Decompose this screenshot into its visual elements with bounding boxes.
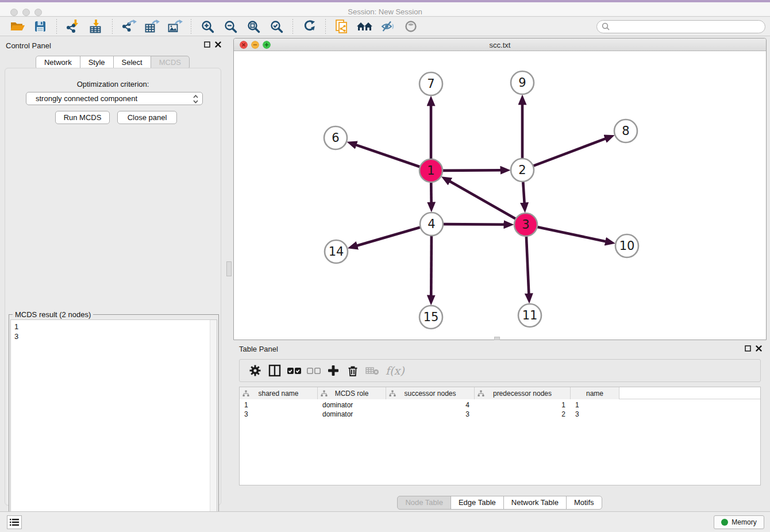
edge-1-6[interactable]: [356, 145, 420, 167]
hide-selected-icon[interactable]: [379, 18, 396, 34]
tab-motifs[interactable]: Motifs: [566, 496, 602, 510]
criterion-value: strongly connected component: [36, 94, 137, 103]
mcds-result-line: 3: [14, 331, 217, 341]
show-eye-icon[interactable]: [402, 18, 419, 34]
zoom-selected-icon[interactable]: [268, 18, 285, 34]
node-table[interactable]: shared nameMCDS rolesuccessor nodesprede…: [239, 387, 761, 485]
float-panel-icon[interactable]: [204, 41, 210, 48]
zoom-in-icon[interactable]: [199, 18, 216, 34]
node-label-4: 4: [428, 217, 435, 231]
cell-predecessor-nodes[interactable]: 2: [475, 410, 571, 419]
chevron-up-down-icon: [192, 94, 199, 104]
import-table-icon[interactable]: [87, 18, 105, 34]
node-label-7: 7: [427, 77, 434, 91]
tab-node-table[interactable]: Node Table: [397, 496, 451, 510]
network-graph-canvas[interactable]: 7968124314101511: [234, 51, 766, 340]
search-input[interactable]: [596, 20, 765, 33]
edge-2-3[interactable]: [523, 182, 524, 203]
cell-name[interactable]: 3: [571, 410, 619, 419]
node-label-2: 2: [518, 163, 526, 177]
function-icon[interactable]: f(x): [386, 364, 405, 377]
column-header-predecessor-nodes[interactable]: predecessor nodes: [475, 387, 571, 399]
cell-shared-name[interactable]: 3: [240, 410, 318, 419]
close-panel-icon[interactable]: [215, 41, 221, 48]
column-header-name[interactable]: name: [571, 387, 619, 399]
cell-name[interactable]: 1: [571, 400, 619, 410]
table-toolbar: f(x): [239, 359, 761, 382]
cell-successor-nodes[interactable]: 4: [386, 400, 475, 410]
task-history-button[interactable]: [7, 515, 22, 529]
node-label-8: 8: [622, 124, 629, 138]
export-table-icon[interactable]: [143, 18, 160, 34]
node-label-15: 15: [424, 310, 439, 324]
gear-icon[interactable]: [245, 361, 265, 380]
network-view-window: scc.txt 7968124314101511: [233, 38, 767, 340]
column-label: MCDS role: [318, 390, 386, 398]
mcds-result-box: MCDS result (2 nodes) 13: [9, 314, 219, 532]
float-panel-icon[interactable]: [745, 345, 751, 352]
open-file-icon[interactable]: [9, 18, 26, 34]
toolbar-separator: [191, 19, 191, 34]
list-icon: [10, 518, 19, 526]
mcds-result-list[interactable]: 13: [10, 319, 217, 529]
column-label: name: [571, 390, 619, 398]
table-row[interactable]: 1dominator411: [240, 400, 760, 410]
mcds-tab-content: Optimization criterion: strongly connect…: [5, 68, 221, 506]
column-header-MCDS-role[interactable]: MCDS role: [318, 387, 386, 399]
clone-network-icon[interactable]: [333, 18, 351, 34]
delete-icon[interactable]: [343, 361, 363, 380]
search-field[interactable]: [613, 22, 756, 31]
save-icon[interactable]: [32, 18, 49, 34]
mcds-result-title: MCDS result (2 nodes): [13, 310, 93, 319]
cell-successor-nodes[interactable]: 3: [386, 410, 475, 419]
vertical-splitter-handle[interactable]: [226, 261, 232, 276]
export-image-icon[interactable]: [166, 18, 183, 34]
toolbar-separator: [56, 19, 57, 34]
zoom-out-icon[interactable]: [222, 18, 239, 34]
memory-label: Memory: [732, 518, 756, 526]
add-icon[interactable]: [324, 361, 343, 380]
network-window-titlebar[interactable]: scc.txt: [234, 38, 766, 51]
tab-network-table[interactable]: Network Table: [503, 496, 567, 510]
column-header-successor-nodes[interactable]: successor nodes: [386, 387, 475, 399]
criterion-dropdown[interactable]: strongly connected component: [26, 92, 203, 105]
edge-3-1[interactable]: [450, 182, 516, 219]
node-label-10: 10: [619, 239, 635, 253]
refresh-icon[interactable]: [301, 18, 318, 34]
scrollbar[interactable]: [210, 320, 217, 529]
edge-3-10[interactable]: [537, 227, 606, 241]
houses-icon[interactable]: [356, 18, 374, 34]
zoom-fit-icon[interactable]: [245, 18, 262, 34]
toolbar-separator: [325, 19, 326, 34]
cell-shared-name[interactable]: 1: [240, 400, 318, 410]
edge-4-15[interactable]: [431, 236, 432, 295]
edge-2-8[interactable]: [533, 138, 606, 166]
cell-predecessor-nodes[interactable]: 1: [475, 400, 571, 410]
table-panel-title: Table Panel: [239, 345, 278, 353]
close-panel-button[interactable]: Close panel: [117, 111, 177, 124]
cell-MCDS-role[interactable]: dominator: [318, 410, 386, 419]
memory-status-icon: [721, 519, 728, 526]
run-mcds-button[interactable]: Run MCDS: [55, 111, 110, 124]
export-network-icon[interactable]: [120, 18, 137, 34]
window-title: Session: New Session: [0, 7, 770, 16]
edge-4-14[interactable]: [357, 228, 421, 246]
select-all-icon[interactable]: [284, 361, 304, 380]
table-row[interactable]: 3dominator323: [240, 410, 760, 419]
edge-4-3[interactable]: [443, 224, 504, 225]
delete-table-icon[interactable]: [363, 361, 382, 380]
tab-edge-table[interactable]: Edge Table: [451, 496, 504, 510]
main-toolbar: [0, 17, 770, 36]
close-panel-icon[interactable]: [756, 345, 762, 352]
cell-MCDS-role[interactable]: dominator: [318, 400, 386, 410]
table-panel-tabs: Node TableEdge TableNetwork TableMotifs: [233, 496, 767, 510]
column-header-shared-name[interactable]: shared name: [240, 387, 318, 399]
edge-1-2[interactable]: [442, 170, 500, 171]
memory-button[interactable]: Memory: [714, 515, 764, 529]
import-network-icon[interactable]: [64, 18, 82, 34]
node-label-3: 3: [522, 218, 529, 232]
horizontal-splitter-handle[interactable]: [494, 337, 500, 340]
deselect-all-icon[interactable]: [304, 361, 324, 380]
columns-icon[interactable]: [265, 361, 284, 380]
edge-3-11[interactable]: [526, 236, 529, 294]
